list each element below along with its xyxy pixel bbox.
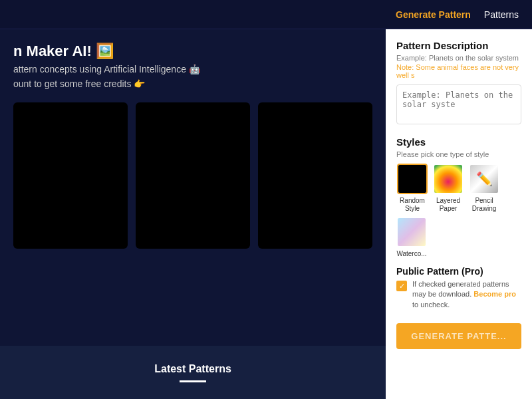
right-panel: Pattern Description Example: Planets on … [386,29,532,399]
latest-patterns-underline [180,380,206,382]
page-subtitle: attern concepts using Artificial Intelli… [13,64,372,74]
description-input[interactable] [396,84,521,124]
public-pattern-title: Public Pattern (Pro) [396,266,521,277]
preview-grid [13,102,372,249]
latest-patterns-title: Latest Patterns [154,363,231,375]
preview-card-3 [258,102,372,249]
become-pro-link[interactable]: Become pro [473,290,516,298]
preview-card-1 [13,102,128,249]
checkmark-icon: ✓ [399,282,405,291]
style-random[interactable]: Random Style [396,164,428,213]
styles-hint: Please pick one type of style [396,150,521,158]
page-title: n Maker AI! 🖼️ [13,43,372,60]
description-hint: Example: Planets on the solar system [396,54,521,62]
style-thumb-watercolor [396,217,427,247]
description-note: Note: Some animal faces are not very wel… [396,63,521,79]
watercolor-thumb-bg [398,218,426,246]
style-thumb-random [397,164,428,194]
style-label-pencil: Pencil Drawing [468,197,500,213]
latest-patterns-section: Latest Patterns [0,346,386,399]
style-watercolor[interactable]: Waterco... [396,217,427,258]
styles-section: Styles Please pick one type of style Ran… [396,136,521,258]
pencil-thumb-bg: ✏️ [470,165,498,193]
nav-generate-pattern[interactable]: Generate Pattern [396,9,471,20]
nav-patterns[interactable]: Patterns [484,9,519,20]
page-cta: ount to get some free credits 👉 [13,78,372,89]
layered-thumb-bg [434,165,462,193]
random-thumb-bg [398,165,426,193]
description-title: Pattern Description [396,40,521,51]
style-layered[interactable]: Layered Paper [432,164,464,213]
styles-title: Styles [396,136,521,148]
style-thumb-pencil: ✏️ [469,164,499,194]
public-pattern-desc: If checked generated patterns may be dow… [412,279,521,310]
main-layout: n Maker AI! 🖼️ attern concepts using Art… [0,29,532,399]
style-label-random: Random Style [396,197,428,213]
checkbox-row: ✓ If checked generated patterns may be d… [396,279,521,314]
preview-card-2 [136,102,250,249]
style-label-layered: Layered Paper [432,197,464,213]
generate-button[interactable]: GENERATE PATTE... [396,323,521,349]
style-label-watercolor: Waterco... [396,250,426,258]
left-panel: n Maker AI! 🖼️ attern concepts using Art… [0,29,386,399]
style-pencil[interactable]: ✏️ Pencil Drawing [468,164,500,213]
header: Generate Pattern Patterns [0,0,532,29]
public-pattern-section: Public Pattern (Pro) ✓ If checked genera… [396,266,521,314]
header-nav: Generate Pattern Patterns [396,9,519,20]
styles-grid: Random Style Layered Paper ✏️ Pencil Dra… [396,164,521,258]
public-pattern-checkbox[interactable]: ✓ [396,281,407,291]
style-thumb-layered [433,164,464,194]
